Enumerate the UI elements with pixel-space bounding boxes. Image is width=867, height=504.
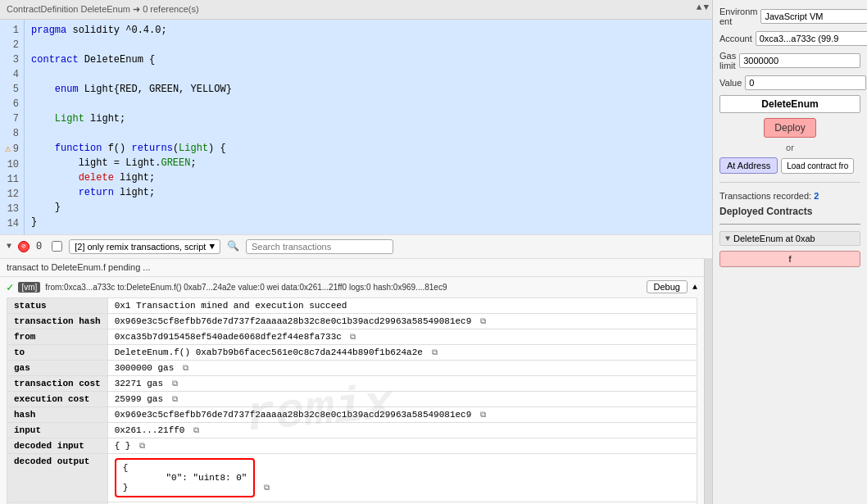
editor-topbar: ContractDefinition DeleteEnum ➜ 0 refere… [0,0,712,20]
value-row: Value [719,75,860,90]
tx-scroll-up[interactable]: ▲ [692,283,697,292]
table-row: to DeleteEnum.f() 0xab7b9b6facec561e0c8c… [7,344,697,360]
stop-icon[interactable]: ⊘ [18,241,30,252]
toolbar: ▼ ⊘ 0 [2] only remix transactions, scrip… [0,234,712,259]
copy-icon[interactable]: ⧉ [480,411,486,420]
at-address-row: At Address Load contract fro [719,157,860,174]
environment-input[interactable] [760,9,867,24]
filter-checkbox[interactable] [52,241,62,252]
at-address-button[interactable]: At Address [719,157,778,174]
dropdown-arrow: ▼ [209,242,215,252]
function-f-button[interactable]: f [719,251,860,267]
deployed-item-label: DeleteEnum at 0xab [733,234,815,243]
tx-item: ✓ [vm] from:0xca3...a733c to:DeleteEnum.… [0,277,704,505]
row-val-input: 0x261...21ff0 ⧉ [107,422,697,438]
debug-button[interactable]: Debug [647,280,688,293]
table-row: gas 3000000 gas ⧉ [7,360,697,375]
tx-details: from:0xca3...a733c to:DeleteEnum.f() 0xa… [45,283,447,292]
copy-icon[interactable]: ⧉ [172,379,178,388]
line-numbers: 1 2 3 4 5 6 7 8 ⚠9 10 11 12 13 14 [0,20,25,234]
decoded-output-highlighted: { "0": "uint8: 0"} [115,458,256,497]
table-row: decoded input { } ⧉ [7,438,697,453]
account-input[interactable] [756,31,867,46]
tx-filter-dropdown[interactable]: [2] only remix transactions, script ▼ [69,239,220,254]
dropdown-label: [2] only remix transactions, script [75,242,206,252]
load-contract-button[interactable]: Load contract fro [781,158,854,174]
tx-area: remix transact to DeleteEnum.f pending .… [0,259,704,505]
table-row: status 0x1 Transaction mined and executi… [7,297,697,313]
environment-row: Environm ent [719,7,860,26]
table-row: execution cost 25999 gas ⧉ [7,391,697,406]
tx-header: ✓ [vm] from:0xca3...a733c to:DeleteEnum.… [7,280,697,294]
value-label: Value [719,78,742,88]
tx-pending: transact to DeleteEnum.f pending ... [0,259,704,277]
account-row: Account ● [719,31,860,46]
row-val-txhash: 0x969e3c5cf8efbb76de7d737f2aaaaa28b32c8e… [107,313,697,329]
row-key-status: status [7,297,108,313]
tx-recorded-count: 2 [814,191,819,201]
row-key-input: input [7,422,108,438]
search-icon: 🔍 [227,240,239,252]
topbar-down-arrow[interactable]: ▼ [703,2,709,12]
or-text: or [719,143,860,152]
tx-scrollbar[interactable] [704,259,712,505]
search-input[interactable] [246,239,393,254]
pending-text: transact to DeleteEnum.f pending ... [7,262,151,272]
tx-recorded: Transactions recorded: 2 [719,191,860,201]
deployed-item[interactable]: ▼ DeleteEnum at 0xab [719,231,860,246]
table-row: decoded output { "0": "uint8: 0"} ⧉ [7,453,697,502]
account-label: Account [719,34,752,43]
row-val-txcost: 32271 gas ⧉ [107,375,697,391]
topbar-text: ContractDefinition DeleteEnum ➜ 0 refere… [7,4,199,15]
row-key-from: from [7,329,108,344]
copy-icon[interactable]: ⧉ [193,426,199,435]
table-row: input 0x261...21ff0 ⧉ [7,422,697,438]
row-val-decoded-input: { } ⧉ [107,438,697,453]
topbar-up-arrow[interactable]: ▲ [697,2,702,12]
row-key-gas: gas [7,360,108,375]
row-val-hash: 0x969e3c5cf8efbb76de7d737f2aaaaa28b32c8e… [107,406,697,422]
row-val-from: 0xca35b7d915458ef540ade6068dfe2f44e8fa73… [107,329,697,344]
tx-recorded-label: Transactions recorded: [719,191,811,201]
tx-count-badge: 0 [36,241,42,252]
row-key-execcost: execution cost [7,391,108,406]
row-val-to: DeleteEnum.f() 0xab7b9b6facec561e0c8c7da… [107,344,697,360]
copy-icon[interactable]: ⧉ [480,317,486,326]
row-key-hash: hash [7,406,108,422]
gas-limit-row: Gas limit [719,51,860,70]
warning-icon: ⚠ [5,141,11,157]
deployed-contracts-title: Deployed Contracts [719,206,860,217]
table-row: transaction hash 0x969e3c5cf8efbb76de7d7… [7,313,697,329]
row-key-txcost: transaction cost [7,375,108,391]
right-panel: Environm ent Account ● Gas limit Value D… [713,0,867,504]
collapse-arrow[interactable]: ▼ [7,242,11,251]
tx-table: status 0x1 Transaction mined and executi… [7,297,697,505]
row-val-gas: 3000000 gas ⧉ [107,360,697,375]
tx-success-icon: ✓ [7,280,13,294]
row-key-to: to [7,344,108,360]
contract-name: DeleteEnum [719,95,860,113]
environment-label: Environm ent [719,7,757,26]
row-key-decoded-output: decoded output [7,453,108,502]
table-row: hash 0x969e3c5cf8efbb76de7d737f2aaaaa28b… [7,406,697,422]
deployed-arrow: ▼ [725,234,730,243]
code-editor[interactable]: pragma solidity ^0.4.0; contract DeleteE… [25,20,712,234]
deploy-button[interactable]: Deploy [764,118,815,138]
copy-icon[interactable]: ⧉ [350,333,356,342]
table-row: from 0xca35b7d915458ef540ade6068dfe2f44e… [7,329,697,344]
gas-limit-input[interactable] [739,53,860,68]
row-val-decoded-output: { "0": "uint8: 0"} ⧉ [107,453,697,502]
value-input[interactable] [745,75,866,90]
code-area: 1 2 3 4 5 6 7 8 ⚠9 10 11 12 13 14 pragma… [0,20,712,234]
copy-icon[interactable]: ⧉ [183,364,188,373]
copy-icon[interactable]: ⧉ [139,442,145,451]
gas-limit-label: Gas limit [719,51,736,70]
copy-icon[interactable]: ⧉ [432,348,438,357]
copy-icon[interactable]: ⧉ [172,395,178,404]
row-key-txhash: transaction hash [7,313,108,329]
tx-tag: [vm] [18,282,40,293]
table-row: transaction cost 32271 gas ⧉ [7,375,697,391]
row-val-execcost: 25999 gas ⧉ [107,391,697,406]
copy-icon[interactable]: ⧉ [264,484,270,493]
row-key-decoded-input: decoded input [7,438,108,453]
